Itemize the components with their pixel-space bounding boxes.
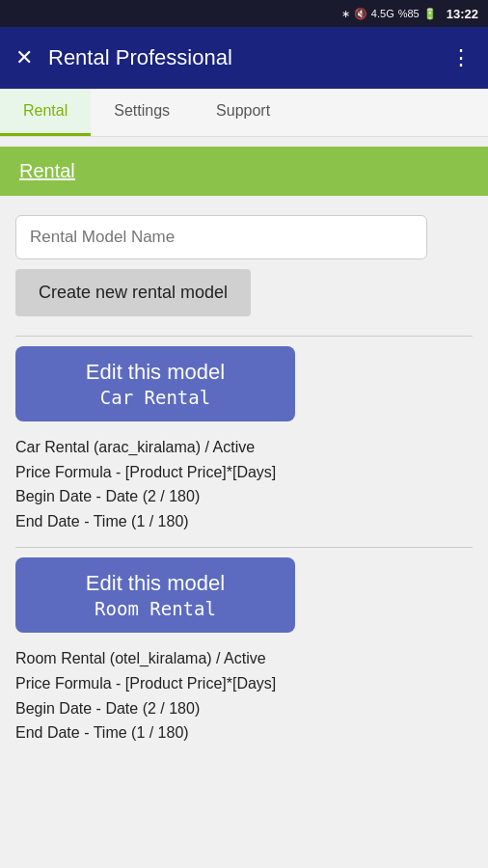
main-content: Create new rental model Edit this model …: [0, 205, 488, 769]
room-rental-info-line4: End Date - Time (1 / 180): [15, 720, 473, 746]
car-rental-info-line4: End Date - Time (1 / 180): [15, 509, 473, 534]
edit-car-rental-title: Edit this model: [86, 360, 225, 385]
divider-2: [15, 547, 473, 548]
create-model-button[interactable]: Create new rental model: [15, 269, 251, 316]
rental-banner-text: Rental: [19, 160, 75, 181]
edit-room-rental-button[interactable]: Edit this model Room Rental: [15, 557, 295, 633]
car-rental-info-line2: Price Formula - [Product Price]*[Days]: [15, 460, 473, 485]
tab-rental[interactable]: Rental: [0, 89, 91, 136]
menu-button[interactable]: ⋮: [450, 45, 473, 70]
room-rental-info-line1: Room Rental (otel_kiralama) / Active: [15, 646, 473, 671]
app-title: Rental Professional: [48, 45, 435, 70]
car-rental-info: Car Rental (arac_kiralama) / Active Pric…: [15, 431, 473, 537]
bluetooth-icon: ∗: [341, 8, 350, 20]
car-rental-info-line3: Begin Date - Date (2 / 180): [15, 484, 473, 509]
edit-room-rental-subtitle: Room Rental: [95, 598, 216, 619]
edit-car-rental-button[interactable]: Edit this model Car Rental: [15, 346, 295, 421]
status-time: 13:22: [447, 7, 478, 21]
rental-banner: Rental: [0, 147, 488, 196]
car-rental-info-line1: Car Rental (arac_kiralama) / Active: [15, 435, 473, 460]
model-room-rental: Edit this model Room Rental Room Rental …: [15, 557, 473, 748]
room-rental-info: Room Rental (otel_kiralama) / Active Pri…: [15, 642, 473, 748]
tab-settings[interactable]: Settings: [91, 89, 193, 136]
close-button[interactable]: ✕: [15, 45, 33, 70]
battery-label: %85: [398, 8, 420, 19]
volume-icon: 🔇: [354, 8, 367, 20]
divider-1: [15, 336, 473, 337]
model-name-input[interactable]: [15, 215, 427, 259]
header: ✕ Rental Professional ⋮: [0, 27, 488, 89]
edit-car-rental-subtitle: Car Rental: [100, 387, 210, 408]
tab-support[interactable]: Support: [193, 89, 293, 136]
network-label: 4.5G: [371, 8, 394, 19]
model-name-input-container: [15, 215, 473, 259]
tab-bar: Rental Settings Support: [0, 89, 488, 137]
edit-room-rental-title: Edit this model: [86, 571, 225, 596]
battery-icon: 🔋: [423, 8, 437, 20]
model-car-rental: Edit this model Car Rental Car Rental (a…: [15, 346, 473, 537]
status-icons: ∗ 🔇 4.5G %85 🔋: [341, 8, 437, 20]
room-rental-info-line2: Price Formula - [Product Price]*[Days]: [15, 671, 473, 696]
status-bar: ∗ 🔇 4.5G %85 🔋 13:22: [0, 0, 488, 27]
room-rental-info-line3: Begin Date - Date (2 / 180): [15, 696, 473, 721]
